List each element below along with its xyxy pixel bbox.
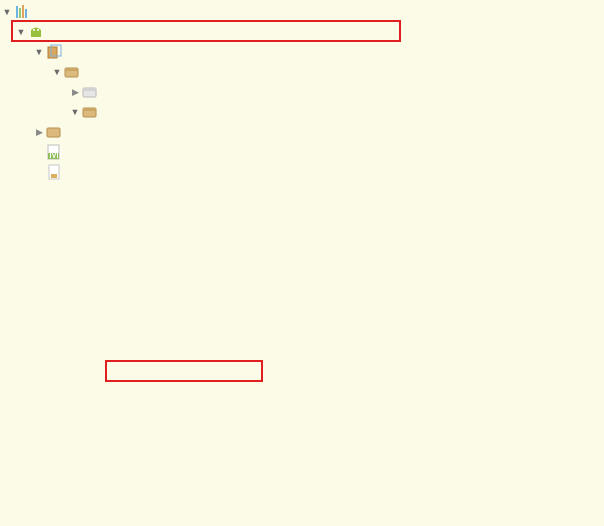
- package-icon: [82, 84, 98, 100]
- file-icon: [46, 164, 62, 180]
- svg-rect-1: [19, 8, 21, 18]
- manifest-icon: MF: [46, 144, 62, 160]
- tree-node-res[interactable]: ▶: [0, 122, 604, 142]
- svg-rect-9: [65, 68, 78, 71]
- svg-rect-0: [16, 6, 18, 18]
- android-icon: [28, 24, 44, 40]
- expand-toggle[interactable]: ▼: [70, 107, 80, 117]
- expand-toggle[interactable]: ▼: [34, 47, 44, 57]
- expand-toggle[interactable]: ▼: [16, 27, 26, 37]
- expand-toggle[interactable]: ▶: [34, 127, 44, 137]
- tree-node-manifest[interactable]: MF: [0, 142, 604, 162]
- expand-toggle[interactable]: ▼: [52, 67, 62, 77]
- svg-rect-13: [83, 108, 96, 111]
- libraries-icon: [14, 4, 30, 20]
- svg-rect-19: [51, 174, 57, 178]
- expand-toggle[interactable]: ▼: [2, 7, 12, 17]
- jar-root-icon: [46, 44, 62, 60]
- tree-node-android-jar[interactable]: ▼: [0, 42, 604, 62]
- svg-rect-14: [47, 128, 60, 137]
- package-icon: [64, 64, 80, 80]
- folder-icon: [46, 124, 62, 140]
- tree-node-org[interactable]: ▼: [0, 62, 604, 82]
- highlight-box-jsonobject: [105, 360, 263, 382]
- svg-text:MF: MF: [49, 147, 62, 160]
- tree-node-arsc[interactable]: [0, 162, 604, 182]
- tree-node-apache-http[interactable]: ▶: [0, 82, 604, 102]
- svg-rect-2: [22, 5, 24, 18]
- project-tree[interactable]: ▼ ▼ ▼ ▼ ▶: [0, 0, 604, 182]
- svg-point-5: [37, 29, 39, 31]
- tree-node-external-libraries[interactable]: ▼: [0, 2, 604, 22]
- expand-toggle[interactable]: ▶: [70, 87, 80, 97]
- svg-point-4: [33, 29, 35, 31]
- tree-node-android-platform[interactable]: ▼: [0, 22, 604, 42]
- tree-node-json[interactable]: ▼: [0, 102, 604, 122]
- svg-rect-11: [83, 88, 96, 91]
- package-icon: [82, 104, 98, 120]
- svg-rect-3: [25, 9, 27, 18]
